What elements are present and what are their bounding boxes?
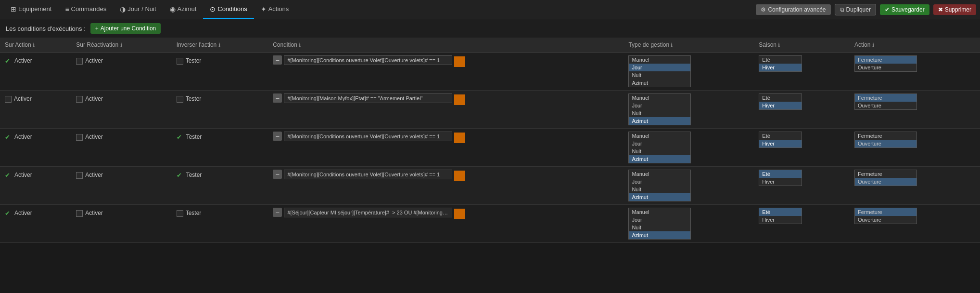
nav-item-azimut[interactable]: ◉ Azimut — [163, 0, 204, 19]
checkmark-inverser-action-2[interactable]: ✔ — [177, 133, 182, 141]
action-option-ouverture-2[interactable]: Ouverture — [855, 140, 916, 147]
table-row: ✔ Activer Activer Tester – ManuelJourNui… — [0, 205, 980, 243]
condition-remove-btn-2[interactable]: – — [273, 132, 282, 141]
type-gestion-option-nuit-2[interactable]: Nuit — [629, 147, 690, 155]
nav-item-actions[interactable]: ✦ Actions — [254, 0, 296, 19]
th-action-info[interactable]: ℹ — [872, 42, 874, 48]
sur-action-cb-wrapper-1: Activer — [5, 93, 66, 102]
checkbox-sur-reactivation-1[interactable] — [76, 96, 83, 103]
sur-action-cell-1: Activer — [0, 91, 71, 129]
sur-action-cb-wrapper-4: ✔ Activer — [5, 208, 66, 217]
sur-reactivation-label-3: Activer — [85, 172, 103, 178]
saison-option-hiver-4[interactable]: Hiver — [759, 216, 802, 224]
action-option-ouverture-3[interactable]: Ouverture — [855, 178, 916, 186]
th-inverser-action-info[interactable]: ℹ — [218, 42, 220, 48]
action-option-ouverture-0[interactable]: Ouverture — [855, 64, 916, 71]
inverser-action-cb-wrapper-4: Tester — [177, 208, 264, 216]
type-gestion-option-nuit-3[interactable]: Nuit — [629, 186, 690, 193]
th-sur-reactivation-info[interactable]: ℹ — [120, 42, 122, 48]
checkbox-inverser-action-1[interactable] — [177, 96, 183, 103]
checkbox-sur-reactivation-4[interactable] — [76, 210, 83, 217]
saison-option-hiver-1[interactable]: Hiver — [759, 102, 802, 109]
type-gestion-listbox-3: ManuelJourNuitAzimut — [628, 170, 691, 201]
condition-input-4[interactable] — [284, 208, 452, 217]
type-gestion-option-azimut-4[interactable]: Azimut — [629, 231, 690, 239]
th-condition-info[interactable]: ℹ — [299, 42, 301, 48]
type-gestion-option-nuit-4[interactable]: Nuit — [629, 224, 690, 231]
checkbox-sur-action-1[interactable] — [5, 96, 12, 103]
condition-row-3: – — [273, 170, 619, 181]
supprimer-button[interactable]: ✖ Supprimer — [933, 4, 976, 15]
type-gestion-option-azimut-1[interactable]: Azimut — [629, 117, 690, 125]
dupliquer-button[interactable]: ⧉ Dupliquer — [835, 4, 876, 15]
type-gestion-option-nuit-0[interactable]: Nuit — [629, 71, 690, 79]
type-gestion-option-azimut-3[interactable]: Azimut — [629, 193, 690, 201]
checkmark-sur-action-3[interactable]: ✔ — [5, 172, 10, 179]
condition-remove-btn-4[interactable]: – — [273, 208, 282, 217]
checkbox-inverser-action-0[interactable] — [177, 58, 183, 65]
type-gestion-option-azimut-2[interactable]: Azimut — [629, 155, 690, 163]
checkbox-sur-reactivation-3[interactable] — [76, 172, 83, 179]
condition-remove-btn-1[interactable]: – — [273, 93, 282, 103]
action-option-fermeture-0[interactable]: Fermeture — [855, 56, 916, 64]
checkmark-sur-action-2[interactable]: ✔ — [5, 133, 10, 141]
type-gestion-option-azimut-0[interactable]: Azimut — [629, 79, 690, 87]
type-gestion-option-jour-3[interactable]: Jour — [629, 178, 690, 186]
add-condition-button[interactable]: + Ajouter une Condition — [90, 23, 161, 34]
action-option-ouverture-1[interactable]: Ouverture — [855, 102, 916, 109]
type-gestion-option-manuel-0[interactable]: Manuel — [629, 56, 690, 64]
saison-option-eté-1[interactable]: Eté — [759, 94, 802, 102]
checkbox-inverser-action-4[interactable] — [177, 210, 183, 217]
condition-cell-0: – — [268, 53, 624, 91]
condition-input-3[interactable] — [284, 170, 452, 179]
type-gestion-listbox-1: ManuelJourNuitAzimut — [628, 93, 691, 125]
saison-option-hiver-3[interactable]: Hiver — [759, 178, 802, 186]
checkmark-inverser-action-3[interactable]: ✔ — [177, 172, 182, 179]
checkmark-sur-action-4[interactable]: ✔ — [5, 210, 10, 217]
condition-remove-btn-3[interactable]: – — [273, 170, 282, 179]
condition-input-1[interactable] — [284, 93, 452, 103]
th-type-gestion-label: Type de gestion — [628, 41, 669, 48]
action-option-fermeture-1[interactable]: Fermeture — [855, 94, 916, 102]
type-gestion-option-nuit-1[interactable]: Nuit — [629, 109, 690, 117]
saison-option-eté-3[interactable]: Eté — [759, 170, 802, 178]
action-option-fermeture-2[interactable]: Fermeture — [855, 132, 916, 140]
saison-option-eté-0[interactable]: Eté — [759, 56, 802, 64]
type-gestion-option-manuel-2[interactable]: Manuel — [629, 132, 690, 140]
th-type-gestion-info[interactable]: ℹ — [671, 42, 673, 48]
type-gestion-option-manuel-3[interactable]: Manuel — [629, 170, 690, 178]
checkbox-sur-reactivation-2[interactable] — [76, 134, 83, 141]
checkmark-sur-action-0[interactable]: ✔ — [5, 57, 10, 65]
saison-option-eté-4[interactable]: Eté — [759, 208, 802, 216]
conditions-table-container: Sur Action ℹ Sur Réactivation ℹ Inverser… — [0, 38, 980, 253]
saison-option-hiver-0[interactable]: Hiver — [759, 64, 802, 71]
nav-item-conditions[interactable]: ⊙ Conditions — [203, 0, 254, 19]
nav-item-equipement[interactable]: ⊞ Equipement — [4, 0, 58, 19]
condition-cell-4: – — [268, 205, 624, 243]
type-gestion-option-jour-0[interactable]: Jour — [629, 64, 690, 71]
condition-cell-3: – — [268, 167, 624, 205]
saison-option-hiver-2[interactable]: Hiver — [759, 140, 802, 147]
action-option-fermeture-4[interactable]: Fermeture — [855, 208, 916, 216]
action-option-ouverture-4[interactable]: Ouverture — [855, 216, 916, 224]
th-saison-info[interactable]: ℹ — [778, 42, 780, 48]
nav-item-jour-nuit[interactable]: ◑ Jour / Nuit — [113, 0, 163, 19]
condition-input-0[interactable] — [284, 55, 452, 65]
type-gestion-option-manuel-4[interactable]: Manuel — [629, 208, 690, 216]
condition-remove-btn-0[interactable]: – — [273, 55, 282, 65]
action-option-fermeture-3[interactable]: Fermeture — [855, 170, 916, 178]
config-button[interactable]: ⚙ Configuration avancée — [756, 4, 830, 15]
saison-option-eté-2[interactable]: Eté — [759, 132, 802, 140]
condition-orange-indicator-3 — [454, 171, 465, 181]
th-sur-action: Sur Action ℹ — [0, 38, 71, 53]
nav-item-commandes[interactable]: ≡ Commandes — [58, 0, 113, 19]
type-gestion-option-jour-2[interactable]: Jour — [629, 140, 690, 147]
sauvegarder-button[interactable]: ✔ Sauvegarder — [880, 4, 929, 15]
type-gestion-option-jour-1[interactable]: Jour — [629, 102, 690, 109]
condition-input-2[interactable] — [284, 132, 452, 141]
type-gestion-option-manuel-1[interactable]: Manuel — [629, 94, 690, 102]
th-inverser-action: Inverser l'action ℹ — [172, 38, 268, 53]
checkbox-sur-reactivation-0[interactable] — [76, 58, 83, 65]
type-gestion-option-jour-4[interactable]: Jour — [629, 216, 690, 224]
th-sur-action-info[interactable]: ℹ — [33, 42, 35, 48]
